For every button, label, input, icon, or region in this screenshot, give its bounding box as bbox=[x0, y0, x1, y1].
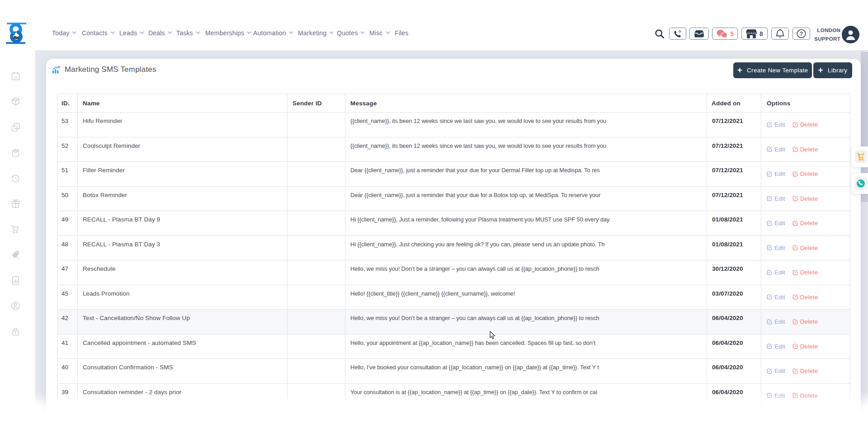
svg-text:12: 12 bbox=[14, 75, 17, 79]
svg-text:?: ? bbox=[800, 30, 803, 37]
